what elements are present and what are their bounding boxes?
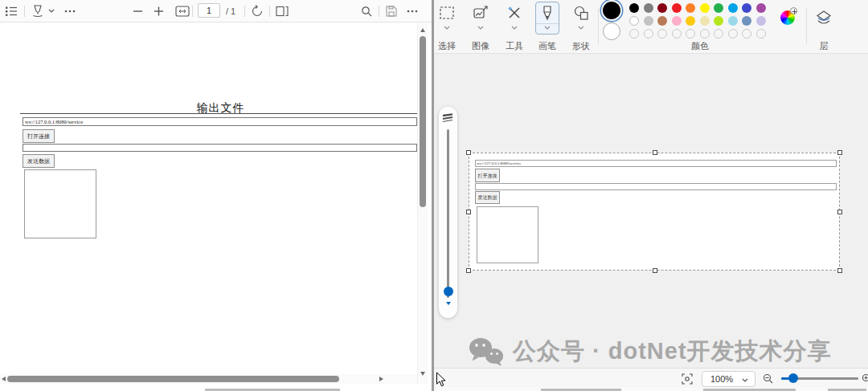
color-swatch[interactable]: [714, 16, 723, 26]
vertical-scrollbar-thumb[interactable]: [420, 36, 426, 207]
contents-button[interactable]: [5, 6, 18, 17]
color-swatch[interactable]: [686, 16, 695, 26]
custom-color-slot[interactable]: [672, 29, 682, 39]
color-swatch[interactable]: [672, 3, 682, 13]
resize-handle-sw[interactable]: [466, 268, 471, 273]
resize-handle-se[interactable]: [837, 268, 842, 273]
custom-color-slot[interactable]: [644, 29, 653, 39]
color-swatch[interactable]: [629, 16, 639, 26]
pdf-vertical-scrollbar[interactable]: [417, 23, 428, 384]
zoom-in-button[interactable]: [862, 373, 868, 384]
scroll-down-arrow[interactable]: [420, 372, 425, 376]
zoom-level-value: 100%: [710, 374, 733, 384]
color-swatch[interactable]: [742, 16, 751, 26]
fit-to-screen-button[interactable]: [682, 373, 693, 385]
color-swatch[interactable]: [728, 16, 738, 26]
custom-color-slot[interactable]: [756, 29, 766, 39]
more-options-button[interactable]: [407, 10, 418, 13]
page-view-button[interactable]: [276, 6, 289, 17]
wechat-icon: [468, 336, 505, 368]
custom-color-slot[interactable]: [700, 29, 710, 39]
color-swatch[interactable]: [714, 3, 723, 13]
draw-dropdown-button[interactable]: [48, 9, 55, 13]
slider-thumb[interactable]: [444, 287, 453, 296]
secondary-color-swatch[interactable]: [603, 22, 620, 40]
scroll-right-arrow[interactable]: [379, 377, 383, 381]
resize-handle-ne[interactable]: [837, 150, 842, 155]
horizontal-scrollbar-thumb[interactable]: [7, 376, 339, 382]
save-button[interactable]: [386, 6, 397, 17]
slider-track[interactable]: [447, 129, 449, 298]
color-swatch[interactable]: [644, 16, 653, 26]
resize-handle-nw[interactable]: [466, 150, 471, 155]
chevron-down-icon: [48, 9, 55, 13]
scroll-up-arrow[interactable]: [420, 28, 425, 32]
color-swatch[interactable]: [728, 3, 738, 13]
rotate-icon: [251, 5, 264, 18]
plus-icon: [154, 6, 164, 16]
page-number-input[interactable]: [198, 3, 220, 18]
pdf-horizontal-scrollbar[interactable]: [0, 374, 417, 384]
resize-handle-w[interactable]: [466, 210, 471, 214]
toolbar-separator: [192, 6, 193, 17]
color-swatch[interactable]: [742, 3, 751, 13]
color-swatch[interactable]: [686, 3, 695, 13]
color-swatch[interactable]: [657, 3, 667, 13]
zoom-out-button[interactable]: [133, 10, 143, 12]
zoom-in-button[interactable]: [154, 6, 164, 16]
color-swatch[interactable]: [700, 16, 710, 26]
color-swatch[interactable]: [700, 3, 710, 13]
tool-label: 画笔: [530, 40, 565, 52]
rotate-button[interactable]: [251, 5, 264, 18]
more-tools-button[interactable]: [64, 10, 76, 13]
chevron-down-icon: [578, 26, 584, 30]
custom-color-slot[interactable]: [714, 29, 723, 39]
pdf-viewer-pane: / 1: [0, 0, 432, 391]
tool-select[interactable]: 选择: [434, 0, 460, 53]
tool-label: 选择: [434, 40, 465, 52]
resize-handle-n[interactable]: [653, 150, 657, 155]
resize-handle-s[interactable]: [653, 268, 657, 273]
colors-label: 颜色: [629, 40, 771, 52]
custom-color-slot[interactable]: [686, 29, 695, 39]
custom-color-slot[interactable]: [728, 29, 738, 39]
background-window-sliver: [434, 388, 868, 391]
scroll-left-arrow[interactable]: [2, 377, 6, 381]
chevron-down-icon: [444, 26, 450, 30]
color-swatch[interactable]: [756, 16, 766, 26]
zoom-slider-thumb[interactable]: [788, 373, 798, 383]
color-swatch[interactable]: [657, 16, 667, 26]
tool-image[interactable]: 图像: [468, 0, 493, 53]
paint-statusbar: 100%: [434, 368, 868, 388]
mouse-cursor: [436, 372, 447, 388]
color-swatch[interactable]: [629, 3, 639, 13]
color-swatch[interactable]: [672, 16, 682, 26]
tool-tools[interactable]: 工具: [502, 0, 527, 53]
tool-label: 图像: [463, 40, 498, 52]
tool-brushes[interactable]: 画笔: [534, 0, 560, 53]
draw-button[interactable]: [31, 4, 45, 18]
tool-label: 工具: [497, 40, 532, 52]
screen: / 1: [0, 0, 868, 391]
ellipsis-icon: [407, 10, 418, 13]
fit-to-width-button[interactable]: [175, 6, 190, 17]
zoom-level-dropdown[interactable]: 100%: [702, 371, 755, 387]
tool-shapes[interactable]: 形状: [568, 0, 594, 53]
custom-color-slot[interactable]: [629, 29, 639, 39]
custom-color-slot[interactable]: [742, 29, 751, 39]
search-button[interactable]: [361, 6, 372, 17]
custom-color-slot[interactable]: [657, 29, 667, 39]
watermark: 公众号 · dotNet开发技术分享: [468, 336, 832, 368]
layers-button[interactable]: 层: [811, 8, 837, 48]
search-icon: [361, 6, 372, 17]
selection-message-field: [475, 183, 837, 190]
canvas-selection[interactable]: ws://127.0.0.1:8080/service 打开连接 发送数据: [469, 153, 840, 271]
chevron-down-icon: [742, 378, 748, 382]
resize-handle-e[interactable]: [837, 210, 842, 214]
zoom-out-button[interactable]: [763, 373, 773, 384]
color-swatch[interactable]: [756, 3, 766, 13]
color-swatch[interactable]: [644, 3, 653, 13]
primary-color-swatch[interactable]: [603, 2, 620, 19]
toolbar-separator: [244, 6, 245, 17]
draw-pen-icon: [31, 4, 45, 18]
